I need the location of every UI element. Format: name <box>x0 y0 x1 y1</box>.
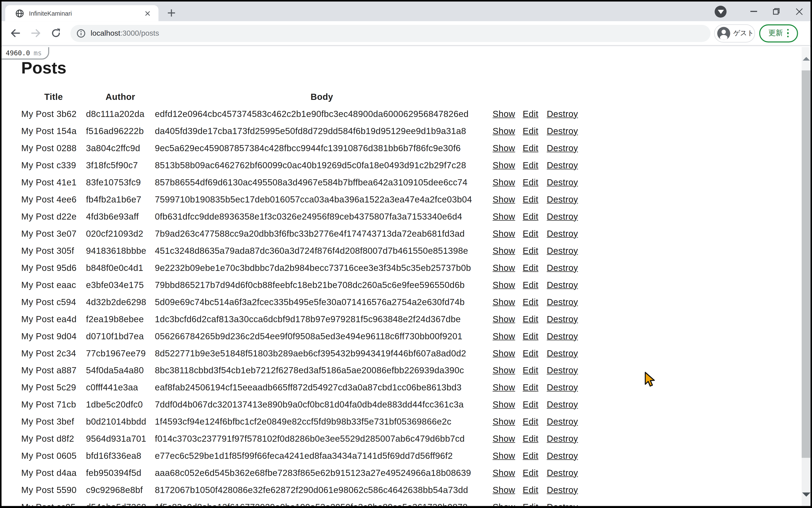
edit-link[interactable]: Edit <box>523 263 539 273</box>
edit-link[interactable]: Edit <box>523 212 539 221</box>
destroy-link[interactable]: Destroy <box>547 263 578 273</box>
destroy-link[interactable]: Destroy <box>547 109 578 119</box>
show-link[interactable]: Show <box>493 177 515 187</box>
edit-link[interactable]: Edit <box>523 195 539 204</box>
profile-button[interactable]: ゲスト <box>714 24 755 42</box>
window-controls <box>715 1 811 21</box>
scroll-up-button[interactable] <box>802 47 811 70</box>
show-link[interactable]: Show <box>493 399 515 410</box>
edit-link[interactable]: Edit <box>523 434 539 443</box>
edit-link[interactable]: Edit <box>523 297 539 307</box>
show-link[interactable]: Show <box>493 451 515 461</box>
destroy-link[interactable]: Destroy <box>547 229 578 239</box>
destroy-link[interactable]: Destroy <box>547 177 578 187</box>
destroy-link[interactable]: Destroy <box>547 417 578 426</box>
back-button[interactable] <box>5 23 26 43</box>
table-row: My Post a887 54f0da5a4a80 8bc38118cbbd3f… <box>21 362 583 379</box>
show-link[interactable]: Show <box>493 229 515 239</box>
profiler-badge[interactable]: 4960.0ms <box>1 47 49 59</box>
edit-link[interactable]: Edit <box>523 314 539 324</box>
show-link[interactable]: Show <box>493 143 515 153</box>
reload-button[interactable] <box>46 23 66 43</box>
destroy-link[interactable]: Destroy <box>547 212 578 221</box>
destroy-link[interactable]: Destroy <box>547 160 578 170</box>
destroy-link[interactable]: Destroy <box>547 365 578 375</box>
new-tab-button[interactable] <box>164 5 179 21</box>
destroy-link[interactable]: Destroy <box>547 195 578 204</box>
destroy-link[interactable]: Destroy <box>547 246 578 256</box>
show-link[interactable]: Show <box>493 246 515 256</box>
address-bar[interactable]: localhost:3000/posts <box>71 25 711 42</box>
show-link[interactable]: Show <box>493 280 515 290</box>
close-window-button[interactable] <box>788 1 811 21</box>
show-link[interactable]: Show <box>493 297 515 307</box>
edit-link[interactable]: Edit <box>523 331 539 341</box>
show-link[interactable]: Show <box>493 263 515 273</box>
edit-link[interactable]: Edit <box>523 280 539 290</box>
show-link[interactable]: Show <box>493 195 515 204</box>
destroy-link[interactable]: Destroy <box>547 502 578 506</box>
show-link[interactable]: Show <box>493 126 515 136</box>
post-body-cell: 8bc38118cbbd3f54cb1eb7212f6278ed3af5186a… <box>155 362 489 379</box>
forward-button[interactable] <box>25 23 46 43</box>
edit-link[interactable]: Edit <box>523 451 539 461</box>
destroy-link[interactable]: Destroy <box>547 434 578 443</box>
vertical-scrollbar[interactable] <box>802 47 811 506</box>
update-chrome-button[interactable]: 更新 <box>759 24 798 42</box>
destroy-link[interactable]: Destroy <box>547 399 578 410</box>
show-link[interactable]: Show <box>493 160 515 170</box>
edit-link[interactable]: Edit <box>523 365 539 375</box>
edit-link[interactable]: Edit <box>523 399 539 410</box>
edit-link[interactable]: Edit <box>523 382 539 392</box>
show-link[interactable]: Show <box>493 212 515 221</box>
browser-update-indicator-icon[interactable] <box>715 5 726 17</box>
destroy-link[interactable]: Destroy <box>547 126 578 136</box>
show-link[interactable]: Show <box>493 109 515 119</box>
destroy-link[interactable]: Destroy <box>547 382 578 392</box>
scroll-down-button[interactable] <box>802 493 811 506</box>
destroy-link[interactable]: Destroy <box>547 280 578 290</box>
restore-button[interactable] <box>765 1 788 21</box>
destroy-link[interactable]: Destroy <box>547 451 578 461</box>
edit-link[interactable]: Edit <box>523 468 539 478</box>
edit-link[interactable]: Edit <box>523 229 539 239</box>
edit-link[interactable]: Edit <box>523 485 539 495</box>
destroy-link[interactable]: Destroy <box>547 485 578 495</box>
show-link[interactable]: Show <box>493 502 515 506</box>
edit-link[interactable]: Edit <box>523 160 539 170</box>
post-author-cell: bfd16f336ea8 <box>86 448 155 465</box>
scrollbar-thumb[interactable] <box>802 71 811 458</box>
show-link[interactable]: Show <box>493 331 515 341</box>
edit-link[interactable]: Edit <box>523 177 539 187</box>
post-body-cell: 7599710b190835b5ec17deb016057cca03a4ba39… <box>155 191 489 208</box>
show-link[interactable]: Show <box>493 434 515 443</box>
destroy-link[interactable]: Destroy <box>547 314 578 324</box>
edit-link[interactable]: Edit <box>523 502 539 506</box>
table-row: My Post d4aa feb950394f5d aaa68c052e6d54… <box>21 465 583 481</box>
edit-link[interactable]: Edit <box>523 246 539 256</box>
site-info-icon[interactable] <box>77 29 86 38</box>
destroy-link[interactable]: Destroy <box>547 331 578 341</box>
edit-link[interactable]: Edit <box>523 417 539 426</box>
destroy-link[interactable]: Destroy <box>547 468 578 478</box>
show-link[interactable]: Show <box>493 365 515 375</box>
active-tab[interactable]: InfiniteKaminari <box>5 5 159 21</box>
tab-close-icon[interactable] <box>143 8 152 18</box>
post-title-cell: My Post a887 <box>21 362 86 379</box>
show-link[interactable]: Show <box>493 348 515 358</box>
show-link[interactable]: Show <box>493 314 515 324</box>
show-link[interactable]: Show <box>493 468 515 478</box>
post-title-cell: My Post 154a <box>21 123 86 140</box>
destroy-link[interactable]: Destroy <box>547 297 578 307</box>
edit-link[interactable]: Edit <box>523 143 539 153</box>
post-author-cell: f2ea19b8ebee <box>86 311 155 328</box>
show-link[interactable]: Show <box>493 417 515 426</box>
destroy-link[interactable]: Destroy <box>547 348 578 358</box>
show-link[interactable]: Show <box>493 485 515 495</box>
show-link[interactable]: Show <box>493 382 515 392</box>
edit-link[interactable]: Edit <box>523 126 539 136</box>
destroy-link[interactable]: Destroy <box>547 143 578 153</box>
minimize-button[interactable] <box>742 1 765 21</box>
edit-link[interactable]: Edit <box>523 109 539 119</box>
edit-link[interactable]: Edit <box>523 348 539 358</box>
